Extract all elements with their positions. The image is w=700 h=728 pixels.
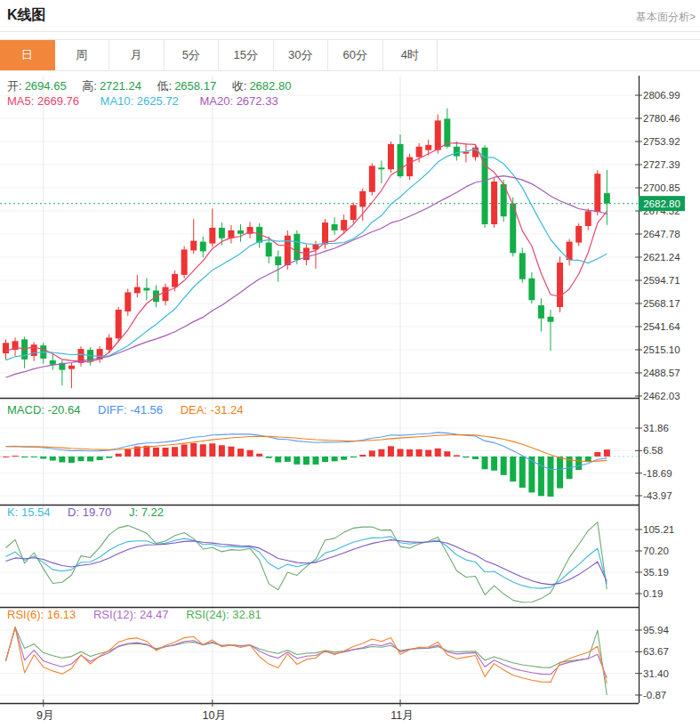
period-tab-3[interactable]: 5分	[165, 40, 220, 70]
candle-body	[585, 211, 591, 226]
candle-body	[50, 360, 56, 365]
svg-text:2727.39: 2727.39	[643, 159, 680, 170]
svg-text:-0.87: -0.87	[643, 690, 666, 700]
rsi24-value: RSI(24): 32.81	[186, 608, 261, 621]
svg-text:2621.24: 2621.24	[643, 252, 680, 263]
ma10-legend: MA10: 2625.72	[101, 94, 179, 108]
candle-body	[31, 344, 37, 356]
svg-text:63.67: 63.67	[643, 646, 669, 657]
candle-body	[275, 256, 281, 265]
candle-body	[547, 317, 553, 322]
svg-text:2753.92: 2753.92	[643, 136, 680, 147]
candle-body	[528, 279, 535, 300]
candle-body	[491, 182, 497, 224]
candle-body	[369, 166, 375, 191]
ohlc-close: 收:2682.80	[232, 79, 292, 93]
candle-body	[359, 191, 366, 207]
svg-text:6.58: 6.58	[643, 445, 663, 456]
kline-page: 2806.992780.462753.922727.392700.852674.…	[0, 0, 700, 728]
candle-body	[482, 148, 488, 224]
rsi-legend: RSI(6): 16.13 RSI(12): 24.47 RSI(24): 32…	[7, 608, 261, 621]
svg-text:2541.64: 2541.64	[643, 321, 680, 332]
svg-text:2515.10: 2515.10	[643, 344, 680, 355]
svg-text:105.21: 105.21	[643, 524, 674, 535]
page-title: K线图	[7, 6, 46, 25]
ohlc-high: 高:2721.24	[82, 79, 141, 93]
candle-body	[322, 222, 328, 244]
macd-value: MACD: -20.64	[7, 403, 80, 417]
candle-body	[200, 242, 206, 252]
candle-body	[341, 220, 347, 231]
candle-body	[190, 241, 197, 251]
macd-legend: MACD: -20.64 DIFF: -41.56 DEA: -31.24	[7, 403, 243, 417]
period-tab-6[interactable]: 60分	[328, 40, 383, 70]
ohlc-low: 低:2658.17	[157, 79, 217, 93]
d-value: D: 19.70	[68, 506, 111, 519]
candle-body	[219, 228, 225, 239]
candle-body	[454, 147, 460, 157]
candle-body	[143, 288, 149, 291]
fundamental-analysis-link[interactable]: 基本面分析>	[636, 10, 696, 25]
svg-text:2682.80: 2682.80	[643, 198, 680, 209]
period-tab-7[interactable]: 4时	[383, 40, 439, 70]
current-price-tag: 2682.80	[639, 196, 685, 211]
svg-text:70.20: 70.20	[643, 546, 669, 556]
rsi6-value: RSI(6): 16.13	[7, 608, 76, 621]
candle-body	[134, 287, 141, 294]
kdj-lines	[6, 522, 607, 603]
candle-body	[388, 144, 394, 169]
period-tab-2[interactable]: 月	[109, 40, 165, 70]
svg-text:31.40: 31.40	[643, 668, 669, 679]
period-tab-5[interactable]: 30分	[274, 40, 329, 70]
k-value: K: 15.54	[7, 506, 50, 519]
svg-text:31.86: 31.86	[643, 423, 669, 433]
candle-body	[575, 226, 582, 243]
period-tab-4[interactable]: 15分	[219, 40, 274, 70]
candle-body	[3, 343, 9, 353]
candle-body	[444, 118, 450, 146]
candle-body	[519, 253, 526, 279]
rsi12-value: RSI(12): 24.47	[93, 608, 169, 621]
diff-value: DIFF: -41.56	[98, 403, 163, 417]
kdj-legend: K: 15.54 D: 19.70 J: 7.22	[7, 506, 164, 519]
candle-body	[594, 174, 600, 212]
period-tab-1[interactable]: 周	[55, 40, 110, 70]
svg-text:2806.99: 2806.99	[643, 90, 680, 101]
candle-body	[116, 310, 122, 338]
ohlc-legend: 开:2694.65 高:2721.24 低:2658.17 收:2682.80	[7, 78, 303, 94]
ma-legend: MA5: 2669.76 MA10: 2625.72 MA20: 2672.33	[7, 94, 278, 108]
candle-body	[163, 287, 169, 302]
rsi-lines	[6, 627, 607, 695]
candle-body	[350, 205, 357, 220]
candle-body	[106, 337, 112, 350]
candle-body	[416, 147, 422, 158]
candle-body	[172, 274, 178, 287]
candle-body	[181, 249, 188, 274]
svg-text:2594.71: 2594.71	[643, 275, 680, 286]
j-value: J: 7.22	[129, 506, 164, 519]
svg-text:-43.97: -43.97	[643, 490, 672, 501]
candle-body	[294, 234, 300, 260]
candle-body	[557, 263, 563, 307]
candle-body	[604, 193, 610, 204]
candle-body	[332, 224, 338, 231]
candle-body	[425, 145, 431, 150]
svg-text:11月: 11月	[390, 709, 413, 722]
ma5-legend: MA5: 2669.76	[7, 94, 79, 108]
svg-text:0.19: 0.19	[643, 588, 663, 599]
svg-text:2700.85: 2700.85	[643, 182, 680, 193]
period-tab-0[interactable]: 日	[0, 40, 55, 70]
svg-text:35.19: 35.19	[643, 567, 669, 578]
svg-text:-18.69: -18.69	[643, 468, 672, 479]
svg-text:95.94: 95.94	[643, 625, 669, 635]
candle-body	[125, 292, 131, 311]
ohlc-open: 开:2694.65	[7, 79, 67, 93]
svg-text:10月: 10月	[203, 709, 226, 722]
svg-text:2462.03: 2462.03	[643, 391, 680, 401]
candle-body	[378, 167, 384, 169]
candle-body	[209, 228, 215, 244]
candle-body	[266, 243, 272, 257]
candle-body	[435, 120, 441, 150]
candle-body	[68, 366, 75, 369]
candle-body	[21, 339, 28, 360]
